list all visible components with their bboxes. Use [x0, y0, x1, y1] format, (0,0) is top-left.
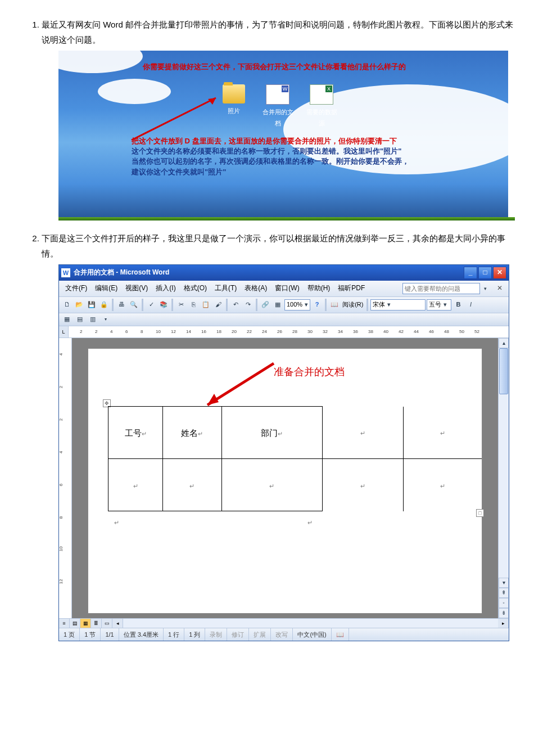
print-icon[interactable]: 🖶: [116, 299, 127, 310]
scroll-thumb[interactable]: [499, 348, 508, 394]
menu-window[interactable]: 窗口(W): [271, 281, 303, 296]
tab-selector[interactable]: L: [59, 326, 69, 338]
toolbar-options-icon[interactable]: ▾: [100, 314, 111, 325]
annotation-top: 你需要提前做好这三个文件，下面我会打开这三个文件让你看看他们是什么样子的: [143, 62, 491, 72]
reading-view-icon[interactable]: ▭: [102, 619, 112, 628]
table-cell[interactable]: ↵: [323, 407, 404, 459]
document-table[interactable]: 工号↵ 姓名↵ 部门↵ ↵ ↵ ↵ ↵ ↵: [108, 406, 482, 511]
table-cell[interactable]: ↵: [163, 459, 221, 511]
redo-icon[interactable]: ↷: [242, 299, 254, 310]
hyperlink-icon[interactable]: 🔗: [260, 299, 271, 310]
statusbar: 1 页 1 节 1/1 位置 3.4厘米 1 行 1 列 录制 修订 扩展 改写…: [59, 628, 509, 641]
table-cell[interactable]: 工号↵: [108, 407, 163, 459]
preview-icon[interactable]: 🔍: [128, 299, 139, 310]
paste-icon[interactable]: 📋: [200, 299, 211, 310]
annotation-label: 准备合并的文档: [274, 363, 345, 381]
font-size-select[interactable]: 五号: [427, 299, 451, 310]
status-column: 1 列: [184, 628, 205, 641]
toolbar2-btn2[interactable]: ▤: [74, 314, 85, 325]
word-window: W 合并用的文档 - Microsoft Word _ □ ✕ 文件(F) 编辑…: [58, 264, 509, 641]
zoom-select[interactable]: 100%: [284, 299, 310, 310]
toolbar2-btn3[interactable]: ▥: [87, 314, 98, 325]
help-dropdown-icon[interactable]: ▾: [480, 283, 491, 294]
bold-icon[interactable]: B: [452, 299, 464, 310]
status-language[interactable]: 中文(中国): [293, 628, 331, 641]
table-row[interactable]: ↵ ↵ ↵ ↵ ↵: [108, 459, 482, 511]
table-cell[interactable]: 部门↵: [221, 407, 323, 459]
menu-format[interactable]: 格式(O): [180, 281, 211, 296]
menu-help[interactable]: 帮助(H): [304, 281, 334, 296]
table-resize-handle[interactable]: □: [476, 509, 484, 517]
maximize-button[interactable]: □: [478, 267, 492, 279]
table-cell[interactable]: 姓名↵: [163, 407, 221, 459]
table-icon[interactable]: ▦: [272, 299, 283, 310]
excel-file-icon: [310, 84, 333, 105]
table-cell[interactable]: ↵: [108, 459, 163, 511]
status-spell-icon[interactable]: 📖: [332, 628, 349, 641]
status-rev[interactable]: 修订: [227, 628, 249, 641]
copy-icon[interactable]: ⎘: [188, 299, 199, 310]
secondary-toolbar: ▦ ▤ ▥ ▾: [59, 313, 509, 326]
desktop-screenshot: 你需要提前做好这三个文件，下面我会打开这三个文件让你看看他们是什么样子的 照片 …: [58, 51, 508, 217]
cut-icon[interactable]: ✂: [175, 299, 187, 310]
read-button[interactable]: 阅读(R): [341, 299, 364, 310]
browse-object-icon[interactable]: ◦: [499, 598, 509, 608]
print-view-icon[interactable]: ▦: [80, 619, 91, 628]
permission-icon[interactable]: 🔒: [98, 299, 110, 310]
horizontal-ruler[interactable]: L 22468101214161820222426283032343638404…: [59, 326, 509, 338]
scroll-left-icon[interactable]: ◂: [112, 619, 123, 628]
toolbar2-btn1[interactable]: ▦: [61, 314, 73, 325]
vertical-scrollbar[interactable]: ▴ ▾ ⇞ ◦ ⇟: [498, 338, 509, 618]
minimize-button[interactable]: _: [464, 267, 477, 279]
status-rec[interactable]: 录制: [205, 628, 227, 641]
italic-icon[interactable]: I: [465, 299, 476, 310]
menu-insert[interactable]: 插入(I): [152, 281, 179, 296]
svg-line-0: [132, 98, 216, 140]
help-search-input[interactable]: [402, 283, 480, 294]
normal-view-icon[interactable]: ≡: [59, 619, 70, 628]
document-page[interactable]: 准备合并的文档 ✥ 工号↵ 姓名↵ 部门↵ ↵ ↵: [88, 348, 482, 614]
doc-close-button[interactable]: ✕: [493, 281, 506, 296]
table-cell[interactable]: ↵: [323, 459, 404, 511]
open-icon[interactable]: 📂: [74, 299, 85, 310]
table-row[interactable]: 工号↵ 姓名↵ 部门↵ ↵ ↵: [108, 407, 482, 459]
undo-icon[interactable]: ↶: [230, 299, 241, 310]
desktop-word-icon[interactable]: 合并用的文档: [261, 84, 295, 129]
scroll-right-icon[interactable]: ▸: [498, 619, 509, 628]
menu-foxit[interactable]: 福昕PDF: [334, 281, 369, 296]
close-button[interactable]: ✕: [493, 267, 506, 279]
format-painter-icon[interactable]: 🖌: [212, 299, 224, 310]
table-cell[interactable]: ↵: [221, 459, 323, 511]
scroll-down-icon[interactable]: ▾: [499, 578, 509, 588]
new-icon[interactable]: 🗋: [61, 299, 73, 310]
paragraph-mark: ↵: [114, 518, 119, 529]
svg-marker-3: [207, 394, 219, 405]
table-cell[interactable]: ↵: [404, 459, 482, 511]
menu-edit[interactable]: 编辑(E): [91, 281, 121, 296]
menu-file[interactable]: 文件(F): [61, 281, 91, 296]
status-ext[interactable]: 扩展: [249, 628, 271, 641]
save-icon[interactable]: 💾: [86, 299, 97, 310]
desktop-excel-icon[interactable]: 需要的数据源: [305, 84, 338, 129]
desktop-folder-icon[interactable]: 照片: [217, 84, 251, 117]
status-position: 位置 3.4厘米: [119, 628, 164, 641]
word-file-icon: [266, 84, 289, 105]
web-view-icon[interactable]: ▤: [70, 619, 80, 628]
scroll-up-icon[interactable]: ▴: [499, 338, 509, 348]
menu-table[interactable]: 表格(A): [241, 281, 271, 296]
titlebar[interactable]: W 合并用的文档 - Microsoft Word _ □ ✕: [59, 265, 509, 281]
next-page-icon[interactable]: ⇟: [499, 608, 509, 618]
spelling-icon[interactable]: ✓: [146, 299, 157, 310]
menu-view[interactable]: 视图(V): [121, 281, 152, 296]
help-icon[interactable]: ?: [311, 299, 323, 310]
horizontal-scrollbar[interactable]: [123, 619, 498, 628]
font-select[interactable]: 宋体: [370, 299, 426, 310]
table-cell[interactable]: ↵: [404, 407, 482, 459]
outline-view-icon[interactable]: ≣: [91, 619, 102, 628]
status-ovr[interactable]: 改写: [271, 628, 293, 641]
menu-tools[interactable]: 工具(T): [211, 281, 241, 296]
research-icon[interactable]: 📚: [158, 299, 169, 310]
read-mode-icon[interactable]: 📖: [329, 299, 340, 310]
vertical-ruler[interactable]: 4224681012: [59, 338, 72, 618]
prev-page-icon[interactable]: ⇞: [499, 588, 509, 598]
